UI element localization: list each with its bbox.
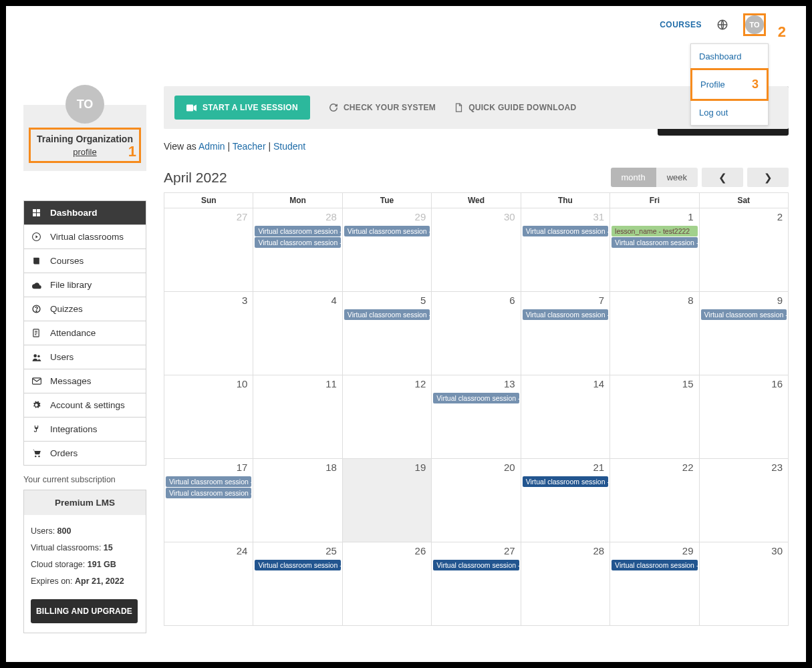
- calendar-cell[interactable]: 27: [164, 208, 253, 292]
- calendar-cell[interactable]: 24: [164, 542, 253, 626]
- svg-rect-3: [33, 213, 36, 216]
- next-button[interactable]: ❯: [747, 168, 789, 187]
- nav-messages[interactable]: Messages: [24, 369, 146, 393]
- calendar-cell[interactable]: 26: [342, 542, 431, 626]
- nav-integrations[interactable]: Integrations: [24, 418, 146, 442]
- calendar-cell[interactable]: 9Virtual classroom session - ti: [699, 292, 788, 375]
- nav-attendance[interactable]: Attendance: [24, 321, 146, 345]
- calendar-cell[interactable]: 15: [610, 375, 699, 459]
- calendar-cell[interactable]: 29Virtual classroom session - ti: [610, 542, 699, 626]
- calendar-cell[interactable]: 4: [253, 292, 342, 375]
- calendar-event[interactable]: Virtual classroom session - A: [523, 309, 608, 320]
- calendar-cell[interactable]: 27Virtual classroom session - A: [432, 542, 521, 626]
- nav-virtual-classrooms[interactable]: Virtual classrooms: [24, 225, 146, 249]
- plug-icon: [32, 425, 42, 434]
- calendar-cell[interactable]: 25Virtual classroom session - ti: [253, 542, 342, 626]
- calendar-cell[interactable]: 18: [253, 459, 342, 542]
- calendar-cell[interactable]: 30: [432, 208, 521, 292]
- side-nav: DashboardVirtual classroomsCoursesFile l…: [23, 200, 146, 466]
- calendar-event[interactable]: Virtual classroom session - ti: [344, 309, 430, 320]
- calendar-event[interactable]: Virtual classroom session - ti: [612, 237, 697, 248]
- calendar-cell[interactable]: 23: [699, 459, 788, 542]
- calendar-event[interactable]: Virtual classroom session - ta: [344, 226, 430, 236]
- calendar-event[interactable]: Virtual classroom session - ti: [255, 237, 340, 248]
- calendar-cell[interactable]: 20: [432, 459, 521, 542]
- calendar-cell[interactable]: 28Virtual classroom session - AVirtual c…: [253, 208, 342, 292]
- view-as-student[interactable]: Student: [273, 141, 305, 152]
- nav-file-library[interactable]: File library: [24, 273, 146, 297]
- nav-dashboard[interactable]: Dashboard: [24, 201, 146, 225]
- calendar-cell[interactable]: 1lesson_name - test2222Virtual classroom…: [610, 208, 699, 292]
- calendar-cell[interactable]: 10: [164, 375, 253, 459]
- calendar-cell[interactable]: 28: [521, 542, 610, 626]
- calendar-cell[interactable]: 16: [699, 375, 788, 459]
- calendar-cell[interactable]: 30: [699, 542, 788, 626]
- dropdown-logout[interactable]: Log out: [691, 100, 768, 125]
- calendar-cell[interactable]: 13Virtual classroom session - ti: [432, 375, 521, 459]
- calendar-cell[interactable]: 22: [610, 459, 699, 542]
- calendar-event[interactable]: Virtual classroom session - A: [166, 476, 251, 487]
- nav-account-settings[interactable]: Account & settings: [24, 393, 146, 418]
- quick-guide-label: QUICK GUIDE DOWNLOAD: [468, 103, 576, 112]
- nav-users[interactable]: Users: [24, 345, 146, 369]
- calendar-event[interactable]: Virtual classroom session - ti: [166, 488, 251, 498]
- calendar-cell[interactable]: 5Virtual classroom session - ti: [342, 292, 431, 375]
- nav-quizzes[interactable]: Quizzes: [24, 297, 146, 321]
- calendar-header: April 2022 month week ❮ ❯: [164, 168, 789, 187]
- dropdown-profile[interactable]: Profile 3: [690, 68, 769, 101]
- calendar-cell[interactable]: 29Virtual classroom session - ta: [342, 208, 431, 292]
- calendar-cell[interactable]: 7Virtual classroom session - A: [521, 292, 610, 375]
- users-icon: [32, 353, 42, 361]
- calendar-event[interactable]: Virtual classroom session - ti: [701, 309, 787, 320]
- calendar-cell[interactable]: 2: [699, 208, 788, 292]
- prev-button[interactable]: ❮: [702, 168, 743, 187]
- view-week-button[interactable]: week: [656, 168, 698, 187]
- calendar-cell[interactable]: 17Virtual classroom session - AVirtual c…: [164, 459, 253, 542]
- calendar-event[interactable]: Virtual classroom session - ti: [612, 560, 697, 570]
- day-header: Sat: [699, 193, 788, 208]
- svg-point-7: [36, 311, 37, 311]
- start-live-session-button[interactable]: START A LIVE SESSION: [174, 96, 310, 120]
- nav-courses[interactable]: Courses: [24, 249, 146, 273]
- subscription-body: Users: 800Virtual classrooms: 15Cloud st…: [24, 515, 146, 598]
- calendar-cell[interactable]: 6: [432, 292, 521, 375]
- dropdown-dashboard[interactable]: Dashboard: [691, 44, 768, 69]
- view-as-admin[interactable]: Admin: [198, 141, 225, 152]
- view-month-button[interactable]: month: [611, 168, 656, 187]
- calendar-cell[interactable]: 31Virtual classroom session - fo: [521, 208, 610, 292]
- calendar-cell[interactable]: 11: [253, 375, 342, 459]
- day-number: 27: [164, 208, 253, 225]
- calendar-event[interactable]: Virtual classroom session - A: [433, 560, 519, 570]
- calendar-cell[interactable]: 8: [610, 292, 699, 375]
- svg-point-13: [38, 456, 39, 457]
- main: START A LIVE SESSION CHECK YOUR SYSTEM Q…: [164, 86, 789, 626]
- sub-val: 15: [104, 543, 113, 552]
- check-system-link[interactable]: CHECK YOUR SYSTEM: [329, 103, 436, 112]
- view-as-teacher[interactable]: Teacher: [233, 141, 266, 152]
- billing-upgrade-button[interactable]: BILLING AND UPGRADE: [31, 599, 138, 623]
- globe-icon[interactable]: [716, 19, 728, 31]
- profile-link[interactable]: profile: [73, 147, 96, 157]
- calendar-event[interactable]: lesson_name - test2222: [612, 226, 697, 236]
- calendar-cell[interactable]: 12: [342, 375, 431, 459]
- quick-guide-link[interactable]: QUICK GUIDE DOWNLOAD: [454, 103, 576, 112]
- calendar-event[interactable]: Virtual classroom session - A: [255, 226, 340, 236]
- calendar-cell[interactable]: 3: [164, 292, 253, 375]
- annotation-1: 1: [128, 143, 136, 160]
- calendar-event[interactable]: Virtual classroom session - ti: [523, 476, 608, 487]
- calendar-event[interactable]: Virtual classroom session - fo: [523, 226, 608, 236]
- calendar-cell[interactable]: 19: [342, 459, 431, 542]
- avatar-menu-button[interactable]: TO: [745, 15, 764, 34]
- day-number: 29: [610, 542, 698, 559]
- nav-label: Attendance: [50, 328, 96, 338]
- day-number: 20: [432, 459, 520, 476]
- calendar-cell[interactable]: 21Virtual classroom session - ti: [521, 459, 610, 542]
- nav-orders[interactable]: Orders: [24, 442, 146, 466]
- calendar-event[interactable]: Virtual classroom session - ti: [255, 560, 340, 570]
- calendar-event[interactable]: Virtual classroom session - ti: [433, 393, 519, 403]
- courses-link[interactable]: COURSES: [660, 20, 702, 29]
- day-number: 28: [521, 542, 610, 559]
- calendar-cell[interactable]: 14: [521, 375, 610, 459]
- topbar: COURSES TO: [6, 6, 806, 43]
- day-header: Tue: [342, 193, 431, 208]
